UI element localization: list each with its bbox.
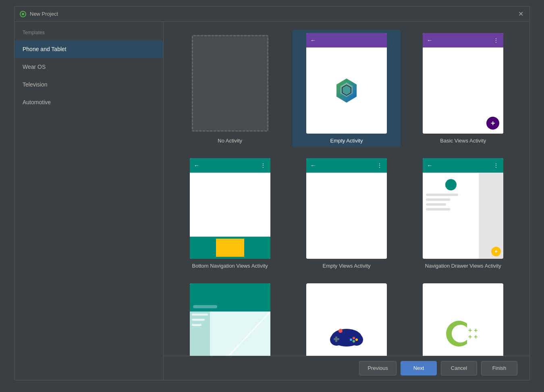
empty-views-body: [306, 173, 387, 259]
template-name-basic-views: Basic Views Activity: [440, 138, 486, 144]
empty-views-preview: ← ⋮: [306, 158, 387, 259]
sidebar-item-wear-os[interactable]: Wear OS: [15, 58, 163, 76]
template-bottom-nav[interactable]: ← ⋮ Bottom Navigation Views Activity: [176, 155, 284, 272]
template-no-activity[interactable]: No Activity: [176, 30, 284, 147]
chart-header: [190, 283, 270, 312]
svg-text:+: +: [468, 333, 472, 340]
previous-button[interactable]: Previous: [359, 361, 397, 375]
chart-area: [210, 312, 270, 356]
bottom-nav-body: [190, 173, 270, 237]
title-bar: New Project ✕: [15, 6, 529, 22]
sidebar-item-television[interactable]: Television: [15, 76, 163, 93]
empty-activity-preview: ←: [306, 33, 387, 134]
svg-text:+: +: [468, 327, 472, 334]
template-cpp[interactable]: + + + + Native C++: [409, 280, 517, 356]
sidebar-item-phone-tablet[interactable]: Phone and Tablet: [15, 40, 163, 58]
game-controller-icon: [328, 320, 365, 348]
svg-point-13: [355, 338, 358, 341]
sidebar-item-automotive[interactable]: Automotive: [15, 93, 163, 111]
no-activity-preview: [192, 35, 268, 132]
template-empty-views[interactable]: ← ⋮ Empty Views Activity: [292, 155, 401, 272]
nav-drawer-preview: ← ⋮: [423, 158, 503, 259]
template-game[interactable]: Game Activity: [292, 280, 401, 356]
empty-activity-body: [306, 47, 387, 134]
bottom-nav-preview: ← ⋮: [190, 158, 270, 259]
bottom-nav-footer: [190, 237, 270, 259]
svg-text:+: +: [474, 327, 478, 334]
sidebar: Templates Phone and Tablet Wear OS Telev…: [15, 22, 164, 380]
template-name-nav-drawer: Navigation Drawer Views Activity: [425, 263, 501, 269]
svg-line-6: [210, 312, 270, 356]
nav-drawer-fab: +: [491, 247, 501, 256]
template-nav-drawer[interactable]: ← ⋮: [409, 155, 517, 272]
template-name-empty-activity: Empty Activity: [330, 138, 363, 144]
app-icon: [19, 10, 27, 18]
new-project-window: New Project ✕ Templates Phone and Tablet…: [14, 6, 530, 380]
finish-button[interactable]: Finish: [481, 361, 517, 375]
basic-views-header: ← ⋮: [423, 33, 503, 47]
templates-grid: No Activity ←: [164, 22, 529, 356]
empty-activity-header: ←: [306, 33, 387, 47]
template-basic-views[interactable]: ← ⋮ + Basic Views Activity: [409, 30, 517, 147]
nav-drawer-panel: [423, 173, 479, 259]
next-button[interactable]: Next: [401, 361, 437, 375]
basic-views-preview: ← ⋮ +: [423, 33, 503, 134]
svg-point-1: [22, 13, 24, 15]
cpp-logo-icon: + + + +: [445, 316, 481, 352]
bottom-nav-header: ← ⋮: [190, 158, 270, 173]
svg-rect-11: [335, 336, 337, 342]
basic-views-fab: +: [486, 117, 499, 130]
main-area: No Activity ←: [164, 22, 529, 380]
template-name-no-activity: No Activity: [218, 138, 242, 144]
template-responsive[interactable]: Responsive Views Activity: [176, 280, 284, 356]
close-button[interactable]: ✕: [517, 10, 525, 18]
android-logo: [332, 76, 361, 105]
window-title: New Project: [30, 11, 58, 17]
game-preview: [306, 283, 387, 356]
template-name-empty-views: Empty Views Activity: [323, 263, 371, 269]
svg-point-14: [353, 340, 355, 342]
svg-point-16: [338, 329, 343, 333]
template-empty-activity[interactable]: ←: [292, 30, 401, 147]
nav-drawer-header: ← ⋮: [423, 158, 503, 173]
svg-point-12: [353, 337, 355, 339]
svg-point-15: [350, 338, 352, 341]
basic-views-body: +: [423, 47, 503, 134]
chart-preview: [190, 283, 270, 356]
empty-views-header: ← ⋮: [306, 158, 387, 173]
bottom-bar: Previous Next Cancel Finish: [164, 356, 529, 380]
chart-sidebar: [190, 312, 210, 356]
sidebar-label: Templates: [15, 30, 163, 35]
nav-drawer-content: +: [423, 173, 503, 259]
svg-text:+: +: [474, 333, 478, 340]
nav-drawer-overlay: +: [479, 173, 503, 259]
content-area: Templates Phone and Tablet Wear OS Telev…: [15, 22, 529, 380]
cpp-preview: + + + +: [423, 283, 503, 356]
bottom-nav-tab: [216, 239, 244, 257]
template-name-bottom-nav: Bottom Navigation Views Activity: [192, 263, 268, 269]
cancel-button[interactable]: Cancel: [441, 361, 477, 375]
